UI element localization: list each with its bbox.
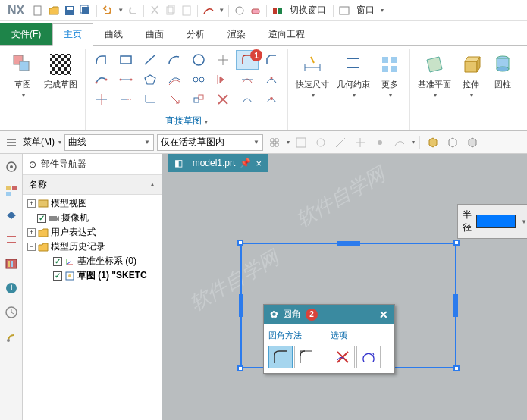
pattern-curve-icon[interactable]	[187, 70, 210, 89]
menu-surface[interactable]: 曲面	[134, 23, 175, 45]
close-tab-icon[interactable]: ×	[256, 158, 262, 169]
menu-render[interactable]: 渲染	[216, 23, 257, 45]
constraint-nav-icon[interactable]	[3, 231, 20, 248]
redo-icon[interactable]	[126, 4, 140, 17]
menu-curve[interactable]: 曲线	[93, 23, 134, 45]
polygon-icon[interactable]	[139, 70, 162, 89]
document-tab[interactable]: ◧ _model1.prt 📌 ×	[168, 154, 268, 172]
reuse-icon[interactable]	[3, 255, 20, 272]
open-file-icon[interactable]	[47, 4, 61, 17]
trim-icon[interactable]	[90, 89, 113, 109]
ob-hidden-icon[interactable]	[464, 134, 481, 151]
delete-curve-icon[interactable]	[212, 89, 234, 109]
handle-se[interactable]	[453, 365, 460, 371]
expand-icon[interactable]: +	[27, 199, 36, 208]
system-icon[interactable]	[3, 328, 20, 345]
ob-icon-2[interactable]	[293, 134, 309, 151]
sketch-button[interactable]: 草图 ▾	[8, 50, 38, 101]
eraser-icon[interactable]	[249, 4, 262, 17]
radius-input[interactable]	[476, 215, 516, 228]
option-create[interactable]	[356, 346, 381, 368]
menu-reverse[interactable]: 逆向工程	[257, 23, 316, 45]
paste-icon[interactable]	[180, 4, 193, 17]
chamfer-icon[interactable]	[260, 50, 283, 70]
quick-dim-button[interactable]: 快速尺寸▾	[293, 50, 332, 101]
menu-home[interactable]: 主页	[52, 23, 93, 46]
arc-icon[interactable]	[163, 50, 186, 70]
profile-icon[interactable]	[90, 50, 113, 70]
tree-model-view[interactable]: + 模型视图	[23, 196, 162, 211]
assembly-nav-icon[interactable]	[3, 207, 20, 224]
corner-icon[interactable]	[139, 89, 162, 109]
extend-icon[interactable]	[114, 89, 137, 109]
handle-w[interactable]	[239, 294, 243, 317]
curve-dropdown[interactable]: ▼	[218, 7, 224, 14]
ob-wire-icon[interactable]	[444, 134, 461, 151]
option-delete[interactable]	[331, 346, 355, 368]
nav-pin-icon[interactable]: ⊙	[29, 159, 36, 170]
studio-spline-icon[interactable]	[90, 70, 113, 89]
circle-icon[interactable]	[187, 50, 210, 70]
ob-icon-5[interactable]	[352, 134, 369, 151]
cut-icon[interactable]	[148, 4, 162, 17]
close-icon[interactable]: ✕	[379, 309, 388, 321]
handle-ne[interactable]	[453, 240, 460, 246]
radius-dropdown[interactable]: ▼	[521, 218, 527, 225]
save-icon[interactable]	[63, 4, 77, 17]
ob-icon-7[interactable]	[391, 134, 408, 151]
switch-window-icon[interactable]	[271, 4, 284, 17]
undo-icon[interactable]	[101, 4, 114, 17]
menu-analysis[interactable]: 分析	[175, 23, 216, 45]
geo-constraint-button[interactable]: 几何约束▾	[334, 50, 373, 101]
checkbox[interactable]: ✓	[53, 257, 62, 266]
handle-sw[interactable]	[237, 365, 243, 371]
collapse-icon[interactable]: −	[27, 243, 36, 251]
cylinder-button[interactable]: 圆柱	[488, 50, 518, 101]
tree-sketch[interactable]: ✓ 草图 (1) "SKETC	[23, 268, 162, 283]
ob-shade-icon[interactable]	[425, 134, 441, 151]
rectangle-icon[interactable]	[114, 50, 137, 70]
checkbox[interactable]: ✓	[53, 271, 62, 281]
undo-dropdown[interactable]: ▼	[118, 7, 124, 14]
direct-sketch-label[interactable]: 直接草图 ▾	[165, 113, 208, 129]
resize-curve-icon[interactable]	[236, 89, 259, 109]
part-nav-icon[interactable]	[3, 183, 20, 199]
handle-e[interactable]	[453, 294, 458, 317]
tree-user-expr[interactable]: + 用户表达式	[23, 225, 162, 240]
ob-icon-6[interactable]	[372, 134, 388, 151]
filter-select[interactable]: 曲线▼	[64, 134, 154, 151]
window-label[interactable]: 窗口	[353, 4, 378, 17]
checkbox[interactable]: ✓	[37, 214, 46, 223]
settings-icon[interactable]	[3, 158, 20, 175]
pin-icon[interactable]: 📌	[240, 158, 251, 168]
point-icon[interactable]	[212, 50, 234, 70]
expand-icon[interactable]: +	[27, 228, 36, 237]
tree-model-history[interactable]: − 模型历史记录	[23, 240, 162, 254]
tree-camera[interactable]: ✓ 摄像机	[23, 211, 162, 225]
menu-file[interactable]: 文件(F)	[0, 23, 52, 45]
graphics-canvas[interactable]: ◧ _model1.prt 📌 × 软件自学网 软件自学网 半径 ▼ ✿ 圆角	[162, 154, 527, 420]
menu-dropdown-icon[interactable]	[3, 134, 20, 151]
more-button[interactable]: 更多▾	[375, 50, 405, 101]
project-icon[interactable]	[260, 70, 283, 89]
ob-icon-1[interactable]	[266, 134, 283, 151]
offset-curve-icon[interactable]	[163, 70, 186, 89]
extrude-button[interactable]: 拉伸▾	[456, 50, 486, 101]
switch-window-label[interactable]: 切换窗口	[287, 4, 329, 17]
handle-nw[interactable]	[237, 240, 243, 246]
menu-label[interactable]: 菜单(M)	[23, 136, 55, 149]
dialog-titlebar[interactable]: ✿ 圆角 2 ✕	[264, 305, 394, 324]
method-notrim[interactable]	[294, 346, 318, 368]
scope-select[interactable]: 仅在活动草图内▼	[157, 134, 263, 151]
ellipse-icon[interactable]	[114, 70, 137, 89]
new-file-icon[interactable]	[31, 4, 45, 17]
line-icon[interactable]	[139, 50, 162, 70]
finish-sketch-button[interactable]: 完成草图	[41, 50, 80, 101]
history-icon[interactable]	[3, 304, 20, 321]
ob-icon-4[interactable]	[332, 134, 349, 151]
tree-datum-csys[interactable]: ✓ 基准坐标系 (0)	[23, 254, 162, 268]
hd3d-icon[interactable]: i	[3, 280, 20, 296]
copy-icon[interactable]	[164, 4, 177, 17]
handle-n[interactable]	[337, 241, 360, 246]
save-all-icon[interactable]	[79, 4, 93, 17]
